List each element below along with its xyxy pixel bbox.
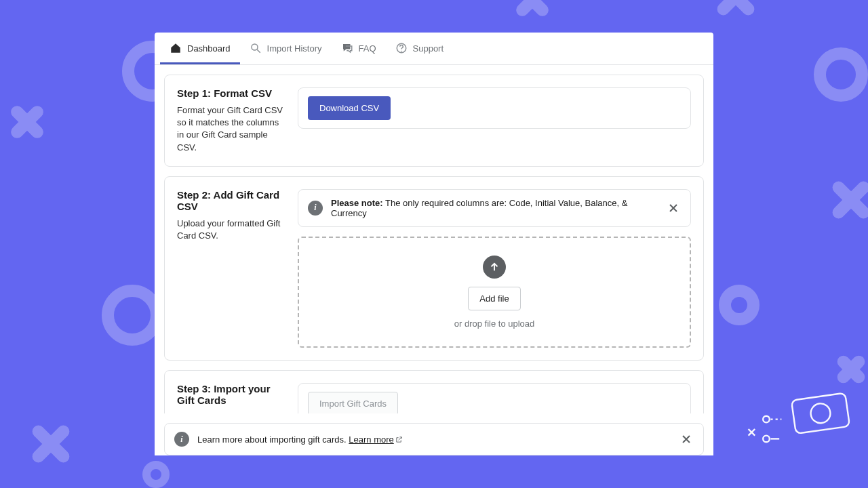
close-footer-button[interactable]	[679, 432, 694, 447]
home-icon	[170, 42, 182, 54]
add-file-button[interactable]: Add file	[468, 287, 520, 310]
note-text: Please note: The only required columns a…	[331, 198, 658, 218]
upload-icon	[483, 256, 506, 279]
tab-support[interactable]: Support	[386, 33, 454, 64]
footer-text-main: Learn more about importing gift cards.	[197, 434, 349, 445]
learn-more-label: Learn more	[349, 434, 393, 445]
footer-text: Learn more about importing gift cards. L…	[197, 434, 671, 445]
step1-card: Step 1: Format CSV Format your Gift Card…	[164, 75, 704, 167]
search-icon	[250, 42, 262, 54]
step3-card: Step 3: Import your Gift Cards Your Gift…	[164, 370, 704, 413]
content-area: Step 1: Format CSV Format your Gift Card…	[155, 65, 713, 413]
hero-illustration	[745, 390, 853, 454]
svg-line-1	[257, 49, 260, 53]
svg-rect-4	[791, 393, 850, 434]
tab-import-history[interactable]: Import History	[240, 33, 332, 64]
svg-line-11	[749, 429, 755, 436]
svg-point-0	[252, 44, 258, 50]
tab-faq[interactable]: FAQ	[332, 33, 386, 64]
svg-point-7	[763, 436, 770, 443]
app-window: Dashboard Import History FAQ Support Ste…	[155, 33, 713, 455]
help-icon	[395, 42, 408, 54]
footer-banner: i Learn more about importing gift cards.…	[164, 423, 704, 455]
step2-title: Step 2: Add Gift Card CSV	[177, 189, 285, 212]
note-bold: Please note:	[331, 198, 383, 208]
info-icon: i	[174, 432, 189, 447]
svg-point-6	[763, 416, 770, 423]
step2-card: Step 2: Add Gift Card CSV Upload your fo…	[164, 176, 704, 361]
info-icon: i	[308, 201, 323, 216]
learn-more-link[interactable]: Learn more	[349, 434, 402, 445]
download-csv-button[interactable]: Download CSV	[308, 96, 391, 120]
chat-icon	[341, 42, 353, 54]
svg-line-10	[749, 429, 755, 436]
external-link-icon	[395, 435, 403, 443]
import-gift-cards-button[interactable]: Import Gift Cards	[308, 392, 398, 413]
close-note-button[interactable]	[666, 201, 681, 216]
step1-panel: Download CSV	[298, 87, 691, 129]
tab-bar: Dashboard Import History FAQ Support	[155, 33, 713, 65]
svg-point-5	[810, 403, 832, 425]
tab-label: Dashboard	[187, 43, 231, 54]
step3-title: Step 3: Import your Gift Cards	[177, 383, 285, 406]
svg-point-3	[401, 51, 402, 52]
step3-desc: Your Gift Cards will start importing int…	[177, 411, 285, 413]
step1-title: Step 1: Format CSV	[177, 87, 285, 99]
step3-panel: Import Gift Cards	[298, 383, 691, 413]
tab-label: FAQ	[359, 43, 376, 54]
required-columns-note: i Please note: The only required columns…	[298, 189, 691, 227]
tab-label: Import History	[267, 43, 322, 54]
step2-desc: Upload your formatted Gift Card CSV.	[177, 218, 285, 242]
file-dropzone[interactable]: Add file or drop file to upload	[298, 237, 691, 348]
tab-label: Support	[413, 43, 444, 54]
tab-dashboard[interactable]: Dashboard	[160, 33, 240, 64]
drop-hint: or drop file to upload	[454, 319, 535, 329]
step1-desc: Format your Gift Card CSV so it matches …	[177, 104, 285, 154]
